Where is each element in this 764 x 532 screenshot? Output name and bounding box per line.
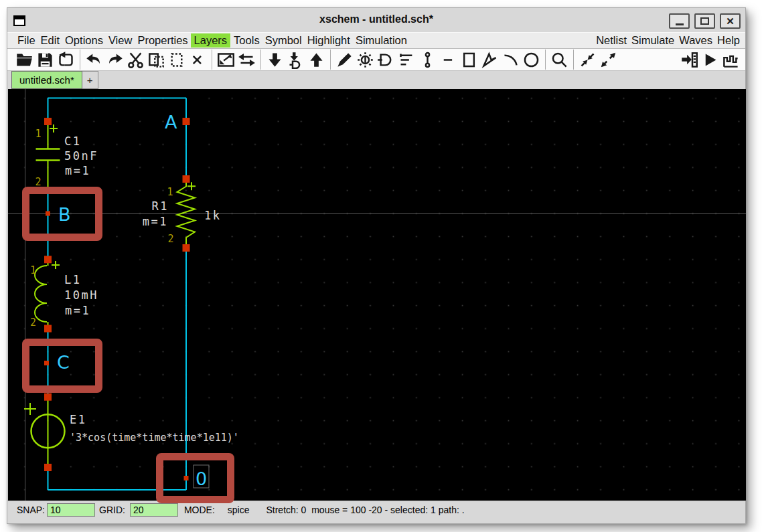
xschem-window: xschem - untitled.sch* ✕ File Edit Optio… bbox=[7, 7, 746, 524]
menu-tools[interactable]: Tools bbox=[234, 34, 260, 47]
redo-icon[interactable] bbox=[104, 50, 125, 70]
svg-text:1: 1 bbox=[30, 264, 36, 276]
annotation-box-ground bbox=[156, 453, 234, 503]
label-l1-ref: L1 bbox=[64, 273, 81, 286]
insert-symbol-icon[interactable] bbox=[376, 50, 396, 70]
zoom-out-icon[interactable] bbox=[598, 50, 619, 70]
label-c1-value: 50nF bbox=[64, 149, 98, 163]
label-l1-value: 10mH bbox=[64, 288, 98, 302]
label-l1-mult: m=1 bbox=[65, 304, 90, 317]
schematic-svg: 1 2 1 2 1 2 C1 50nF m=1 R1 m=1 1k L1 10m… bbox=[8, 89, 746, 501]
annotation-box-b bbox=[22, 187, 102, 241]
annotation-box-c bbox=[22, 339, 102, 393]
close-icon: ✕ bbox=[726, 16, 735, 26]
mode-value: spice bbox=[228, 505, 250, 515]
menu-layers[interactable]: Layers bbox=[191, 33, 231, 48]
place-net-label-icon[interactable] bbox=[396, 50, 417, 70]
status-bar: SNAP: 10 GRID: 20 MODE: spice Stretch: 0… bbox=[7, 501, 745, 518]
simulate-icon[interactable] bbox=[700, 50, 720, 70]
paste-icon[interactable] bbox=[167, 50, 187, 70]
window-title: xschem - untitled.sch* bbox=[7, 13, 745, 25]
minimize-button[interactable] bbox=[669, 13, 690, 29]
menu-file[interactable]: File bbox=[17, 34, 35, 47]
swap-schematic-icon[interactable] bbox=[236, 50, 257, 70]
copy-icon[interactable] bbox=[146, 50, 167, 70]
toggle-colors-icon[interactable] bbox=[355, 50, 376, 70]
close-button[interactable]: ✕ bbox=[720, 13, 741, 29]
schematic-canvas[interactable]: 1 2 1 2 1 2 C1 50nF m=1 R1 m=1 1k L1 10m… bbox=[8, 89, 746, 501]
save-icon[interactable] bbox=[35, 50, 56, 70]
snap-input[interactable]: 10 bbox=[47, 503, 95, 517]
delete-icon[interactable] bbox=[187, 50, 208, 70]
label-e1-value: '3*cos(time*time*time*1e11)' bbox=[70, 432, 239, 444]
menubar: File Edit Options View Properties Layers… bbox=[7, 32, 745, 49]
status-info: Stretch: 0 mouse = 100 -20 - selected: 1… bbox=[266, 505, 464, 515]
menu-options[interactable]: Options bbox=[65, 34, 103, 47]
menu-netlist[interactable]: Netlist bbox=[596, 34, 627, 47]
snap-label: SNAP: bbox=[17, 505, 45, 515]
label-r1-mult: m=1 bbox=[143, 215, 168, 228]
menu-highlight[interactable]: Highlight bbox=[307, 34, 350, 47]
tab-bar: untitled.sch* + bbox=[7, 71, 745, 89]
menu-simulation[interactable]: Simulation bbox=[356, 34, 407, 47]
open-file-icon[interactable] bbox=[14, 50, 35, 70]
menu-view[interactable]: View bbox=[108, 34, 132, 47]
new-tab-button[interactable]: + bbox=[82, 71, 98, 89]
draw-circle-icon[interactable] bbox=[521, 50, 542, 70]
waves-icon[interactable] bbox=[720, 50, 741, 70]
menu-symbol[interactable]: Symbol bbox=[265, 34, 302, 47]
titlebar[interactable]: xschem - untitled.sch* ✕ bbox=[7, 8, 745, 32]
draw-line-icon[interactable] bbox=[438, 50, 459, 70]
net-label-a: A bbox=[165, 112, 177, 132]
label-e1-ref: E1 bbox=[70, 413, 86, 426]
grid-label: GRID: bbox=[99, 505, 125, 515]
cut-icon[interactable] bbox=[125, 50, 146, 70]
descend-schematic-icon[interactable] bbox=[264, 50, 285, 70]
svg-text:1: 1 bbox=[35, 128, 41, 140]
undo-icon[interactable] bbox=[84, 50, 104, 70]
menu-waves[interactable]: Waves bbox=[679, 34, 712, 47]
tab-untitled[interactable]: untitled.sch* bbox=[11, 71, 82, 89]
svg-text:2: 2 bbox=[167, 233, 173, 245]
maximize-button[interactable] bbox=[694, 13, 715, 29]
draw-rect-icon[interactable] bbox=[459, 50, 479, 70]
label-r1-value: 1k bbox=[204, 209, 221, 222]
svg-text:2: 2 bbox=[30, 317, 36, 329]
draw-wire-icon[interactable] bbox=[334, 50, 355, 70]
label-r1-ref: R1 bbox=[152, 199, 169, 213]
netlist-icon[interactable] bbox=[679, 50, 700, 70]
grid-input[interactable]: 20 bbox=[130, 503, 178, 517]
zoom-box-icon[interactable] bbox=[549, 50, 570, 70]
minimize-icon bbox=[676, 23, 684, 25]
place-pin-icon[interactable] bbox=[417, 50, 438, 70]
toolbar bbox=[7, 49, 745, 71]
label-c1-ref: C1 bbox=[64, 135, 81, 148]
menu-simulate[interactable]: Simulate bbox=[631, 34, 674, 47]
label-c1-mult: m=1 bbox=[65, 164, 90, 177]
zoom-in-icon[interactable] bbox=[577, 50, 598, 70]
draw-arc-icon[interactable] bbox=[500, 50, 521, 70]
menu-edit[interactable]: Edit bbox=[41, 34, 60, 47]
copy-reload-icon[interactable] bbox=[56, 50, 76, 70]
maximize-icon bbox=[700, 17, 709, 25]
menu-properties[interactable]: Properties bbox=[137, 34, 187, 47]
go-back-up-icon[interactable] bbox=[306, 50, 327, 70]
back-parent-icon[interactable] bbox=[216, 50, 236, 70]
svg-text:1: 1 bbox=[167, 186, 173, 198]
menu-help[interactable]: Help bbox=[717, 34, 740, 47]
draw-polygon-icon[interactable] bbox=[479, 50, 500, 70]
mode-label: MODE: bbox=[184, 505, 215, 515]
descend-symbol-icon[interactable] bbox=[285, 50, 306, 70]
